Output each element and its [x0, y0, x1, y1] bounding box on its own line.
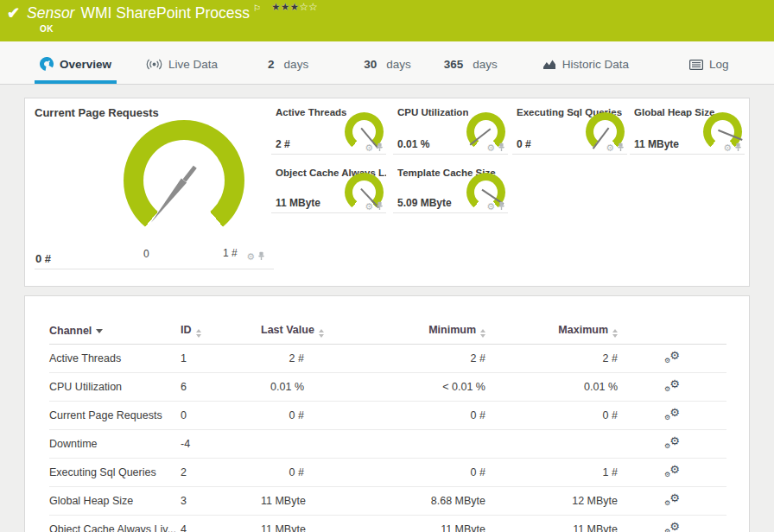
minimum-cell: 11 MByte	[304, 516, 485, 532]
table-row[interactable]: CPU Utilization 6 0.01 % < 0.01 % 0.01 %…	[49, 373, 726, 402]
channel-name-cell[interactable]: Executing Sql Queries	[49, 459, 181, 487]
sort-desc-icon	[96, 329, 103, 333]
gauge-pin-icon[interactable]	[498, 201, 505, 211]
column-header-label: Minimum	[428, 324, 476, 336]
gauge-pin-icon[interactable]	[617, 142, 625, 152]
channel-settings-gears-icon[interactable]: ⚙⚙	[664, 408, 680, 421]
gauge-pin-icon[interactable]	[257, 251, 265, 261]
object-type-label: Sensor	[27, 4, 74, 22]
tab-label: Historic Data	[562, 58, 629, 71]
gauge-pin-icon[interactable]	[376, 201, 384, 211]
historic-data-icon	[542, 59, 556, 70]
channel-id-cell: 2	[181, 459, 261, 487]
gauge-current-page-requests[interactable]: Current Page Requests 0 1 # 0 # ⚙	[35, 98, 274, 269]
gauge-settings-gear-icon[interactable]: ⚙	[246, 252, 255, 261]
tab-log[interactable]: Log	[684, 58, 734, 84]
channel-settings-gears-icon[interactable]: ⚙⚙	[664, 379, 680, 392]
tab-historic-data[interactable]: Historic Data	[537, 58, 634, 84]
tab-number: 30	[364, 58, 377, 71]
channel-settings-gears-icon[interactable]: ⚙⚙	[664, 436, 680, 449]
gauge-title: CPU Utilization	[397, 107, 468, 117]
table-row[interactable]: Active Threads 1 2 # 2 # 2 # ⚙⚙	[49, 345, 726, 373]
channel-settings-gears-icon[interactable]: ⚙⚙	[664, 522, 680, 532]
gauge-global-heap-size[interactable]: Global Heap Size 11 MByte ⚙	[630, 100, 745, 155]
column-header-id[interactable]: ID	[181, 324, 261, 345]
priority-stars-filled[interactable]: ★★★	[271, 1, 299, 13]
maximum-cell: 12 MByte	[485, 487, 618, 516]
maximum-cell: 2 #	[485, 345, 618, 373]
minimum-cell	[304, 430, 485, 459]
gauge-object-cache-always-live[interactable]: Object Cache Always L... 11 MByte ⚙	[271, 161, 386, 213]
tab-30-days[interactable]: 30 days	[358, 58, 416, 84]
column-header-label: Maximum	[558, 324, 608, 336]
gauge-cpu-utilization[interactable]: CPU Utilization 0.01 % ⚙	[393, 100, 508, 155]
tab-live-data[interactable]: Live Data	[141, 58, 223, 84]
table-row[interactable]: Object Cache Always Liv... 4 11 MByte 11…	[49, 516, 726, 532]
gauge-settings-gear-icon[interactable]: ⚙	[606, 143, 614, 152]
sort-icon	[196, 329, 201, 338]
channel-name-cell[interactable]: CPU Utilization	[49, 373, 181, 402]
minimum-cell: 0 #	[304, 402, 485, 430]
gauge-active-threads[interactable]: Active Threads 2 # ⚙	[271, 100, 386, 155]
gauge-value: 5.09 MByte	[397, 197, 452, 209]
table-row[interactable]: Executing Sql Queries 2 0 # 0 # 1 # ⚙⚙	[49, 459, 726, 487]
last-value-cell: 0 #	[261, 402, 304, 430]
gauge-pin-icon[interactable]	[734, 142, 742, 152]
gauge-template-cache-size[interactable]: Template Cache Size 5.09 MByte ⚙	[393, 161, 508, 213]
column-header-label: Last Value	[261, 324, 314, 336]
table-row[interactable]: Global Heap Size 3 11 MByte 8.68 MByte 1…	[49, 487, 726, 516]
sort-icon	[319, 329, 324, 338]
column-header-maximum[interactable]: Maximum	[485, 324, 618, 345]
gauge-pin-icon[interactable]	[376, 142, 384, 152]
gauge-executing-sql-queries[interactable]: Executing Sql Queries 0 # ⚙	[512, 100, 627, 155]
channel-name-cell[interactable]: Active Threads	[49, 345, 181, 373]
channel-settings-gears-icon[interactable]: ⚙⚙	[664, 465, 680, 478]
maximum-cell: 1 #	[485, 459, 618, 487]
tab-label: Overview	[60, 58, 111, 71]
gauge-settings-gear-icon[interactable]: ⚙	[365, 143, 373, 152]
column-header-minimum[interactable]: Minimum	[304, 324, 485, 345]
column-header-label: Channel	[49, 325, 92, 337]
gauge-value: 2 #	[276, 138, 290, 150]
gauge-settings-gear-icon[interactable]: ⚙	[486, 202, 495, 211]
flag-icon[interactable]: ⚐	[253, 3, 261, 13]
table-row[interactable]: Current Page Requests 0 0 # 0 # 0 # ⚙⚙	[49, 402, 726, 430]
column-header-channel[interactable]: Channel	[49, 324, 181, 345]
channel-name-cell[interactable]: Object Cache Always Liv...	[49, 516, 181, 532]
last-value-cell: 11 MByte	[261, 516, 304, 532]
gauge-pin-icon[interactable]	[498, 142, 505, 152]
priority-stars-empty[interactable]: ☆☆	[299, 1, 318, 13]
minimum-cell: 0 #	[304, 459, 485, 487]
gauges-panel: Current Page Requests 0 1 # 0 # ⚙ Active…	[24, 98, 750, 287]
priority-stars[interactable]: ★★★☆☆	[271, 1, 318, 13]
tab-overview[interactable]: Overview	[35, 57, 117, 84]
table-row[interactable]: Downtime -4 ⚙⚙	[49, 430, 726, 459]
gauge-settings-gear-icon[interactable]: ⚙	[365, 202, 373, 211]
last-value-cell: 0 #	[261, 459, 304, 487]
maximum-cell	[485, 430, 618, 459]
gauge-settings-gear-icon[interactable]: ⚙	[723, 143, 732, 152]
channel-settings-gears-icon[interactable]: ⚙⚙	[664, 351, 680, 364]
channel-id-cell: 6	[181, 373, 261, 402]
channel-name-cell[interactable]: Current Page Requests	[49, 402, 181, 430]
maximum-cell: 0.01 %	[485, 373, 618, 402]
gauge-value: 0.01 %	[397, 138, 429, 150]
gauge-title: Current Page Requests	[35, 106, 159, 119]
gauge-value: 0 #	[517, 138, 531, 150]
channel-id-cell: 0	[181, 402, 261, 430]
channel-name-cell[interactable]: Global Heap Size	[49, 487, 181, 516]
tab-2-days[interactable]: 2 days	[263, 58, 314, 84]
channel-name-cell[interactable]: Downtime	[49, 430, 181, 459]
tab-365-days[interactable]: 365 days	[439, 58, 503, 84]
tab-label: days	[473, 58, 498, 71]
channel-id-cell: -4	[181, 430, 261, 459]
channel-id-cell: 3	[181, 487, 261, 516]
status-ok-check-icon: ✔	[7, 3, 20, 22]
column-header-last-value[interactable]: Last Value	[261, 324, 304, 345]
last-value-cell: 2 #	[261, 345, 304, 373]
gauge-scale-max: 1 #	[223, 247, 238, 259]
channel-settings-gears-icon[interactable]: ⚙⚙	[664, 493, 680, 506]
tab-label: days	[284, 58, 309, 71]
gauge-settings-gear-icon[interactable]: ⚙	[486, 143, 495, 152]
sort-icon	[612, 329, 618, 338]
